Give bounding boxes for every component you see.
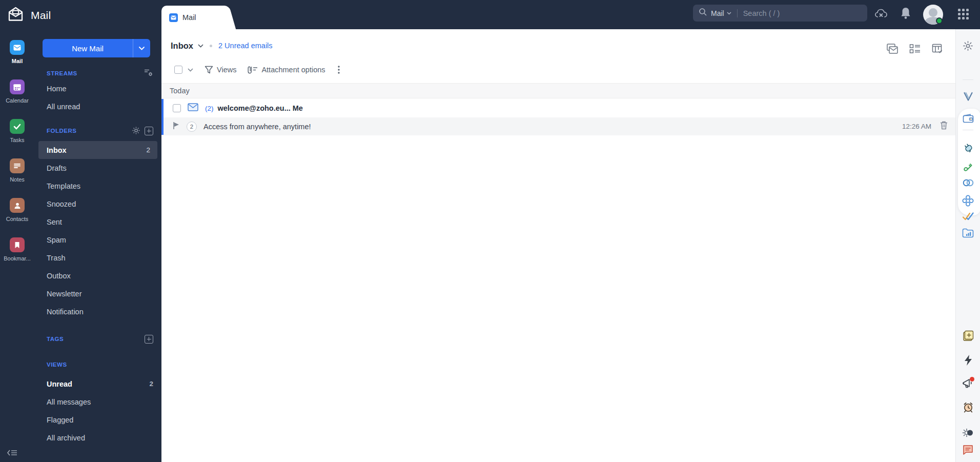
contacts-app-icon: [10, 198, 25, 213]
email-row[interactable]: (2) welcome@zoho.eu... Me 2 Access from …: [161, 99, 955, 135]
view-label: Unread: [47, 380, 72, 388]
unread-envelope-icon[interactable]: [188, 103, 198, 113]
view-label: All messages: [47, 398, 91, 406]
attachment-options-button[interactable]: Attachment options: [248, 66, 325, 74]
zia-lightning-icon[interactable]: [956, 354, 980, 366]
sidebar-folder-newsletter[interactable]: Newsletter: [34, 285, 161, 303]
current-folder-title[interactable]: Inbox: [171, 41, 193, 51]
folders-settings-gear-icon[interactable]: [132, 126, 140, 136]
unread-count-prefix: (2): [205, 105, 214, 112]
select-dropdown-icon[interactable]: [188, 68, 193, 72]
folder-label: Notification: [47, 308, 84, 316]
sidebar-item-all-unread[interactable]: All unread: [34, 97, 161, 115]
reading-pane-icon[interactable]: [887, 44, 898, 54]
vault-v-icon[interactable]: [956, 92, 980, 102]
email-time: 12:26 AM: [902, 123, 931, 130]
folder-dropdown-icon[interactable]: [198, 44, 203, 48]
email-checkbox[interactable]: [173, 104, 181, 112]
folder-unread-count: 2: [146, 146, 150, 154]
sidebar-view-all-archived[interactable]: All archived: [34, 429, 161, 447]
search-scope-label: Mail: [711, 9, 724, 17]
app-rail-item-tasks[interactable]: Tasks: [0, 119, 34, 143]
views-filter-button[interactable]: Views: [205, 66, 236, 74]
app-rail-item-calendar[interactable]: Calendar: [0, 79, 34, 104]
folder-label: Trash: [47, 254, 66, 262]
app-launcher-icon[interactable]: [958, 9, 969, 19]
more-actions-icon[interactable]: [338, 66, 340, 74]
zoho-crm-rings-icon[interactable]: [956, 178, 980, 187]
new-mail-button[interactable]: New Mail: [43, 39, 150, 57]
select-all-checkbox[interactable]: [174, 66, 182, 74]
sidebar-folder-trash[interactable]: Trash: [34, 249, 161, 267]
online-status-dot: [936, 17, 943, 24]
sidebar-folder-templates[interactable]: Templates: [34, 177, 161, 195]
sidebar-folder-spam[interactable]: Spam: [34, 231, 161, 249]
thread-count-badge: 2: [187, 122, 197, 132]
delete-email-icon[interactable]: [940, 121, 948, 132]
search-bar[interactable]: Mail: [693, 5, 867, 22]
list-header: Inbox 2 Unread emails: [171, 36, 273, 55]
sidebar-view-all-messages[interactable]: All messages: [34, 393, 161, 411]
list-view-icon[interactable]: [909, 44, 921, 54]
app-rail-item-contacts[interactable]: Contacts: [0, 198, 34, 222]
zoho-projects-clover-icon[interactable]: [956, 195, 980, 207]
app-rail-label: Notes: [10, 176, 25, 183]
announcements-megaphone-icon[interactable]: [956, 377, 980, 389]
sidebar-folder-snoozed[interactable]: Snoozed: [34, 195, 161, 213]
app-title: Mail: [31, 9, 51, 22]
reminders-alarm-icon[interactable]: [956, 401, 980, 413]
app-rail-item-bookmarks[interactable]: Bookmar...: [0, 237, 34, 262]
collapse-sidebar-icon[interactable]: [7, 449, 18, 459]
sidebar-folder-sent[interactable]: Sent: [34, 213, 161, 231]
streams-title: STREAMS: [47, 70, 77, 76]
add-tag-icon[interactable]: [145, 335, 153, 344]
search-divider: [737, 9, 738, 17]
tasks-app-icon: [10, 119, 25, 134]
new-mail-label[interactable]: New Mail: [43, 39, 133, 57]
sidebar-folder-outbox[interactable]: Outbox: [34, 267, 161, 285]
double-check-tasks-icon[interactable]: [956, 212, 980, 221]
flag-icon[interactable]: [173, 122, 180, 132]
column-view-icon[interactable]: [932, 44, 943, 54]
streams-section-header: STREAMS: [34, 67, 161, 79]
sidebar-item-home[interactable]: Home: [34, 79, 161, 97]
brand[interactable]: Mail: [7, 6, 51, 24]
wallet-icon[interactable]: [956, 114, 980, 123]
mail-tab-icon: [169, 13, 178, 22]
view-unread-count: 2: [149, 380, 153, 388]
sidebar-view-unread[interactable]: Unread 2: [34, 375, 161, 393]
sidebar-folder-inbox[interactable]: Inbox 2: [38, 141, 157, 159]
folder-label: Drafts: [47, 164, 67, 172]
sidebar-view-flagged[interactable]: Flagged: [34, 411, 161, 429]
zoho-sign-icon[interactable]: [956, 162, 980, 173]
view-label: Flagged: [47, 416, 73, 424]
theme-day-night-icon[interactable]: [956, 427, 980, 438]
plug-integrations-icon[interactable]: [956, 142, 980, 154]
workdrive-folder-chart-icon[interactable]: [956, 228, 980, 238]
folder-label: Newsletter: [47, 290, 82, 298]
tab-mail[interactable]: Mail: [161, 6, 219, 29]
unread-emails-link[interactable]: 2 Unread emails: [218, 42, 273, 50]
search-input[interactable]: [743, 9, 862, 17]
sidebar-folder-drafts[interactable]: Drafts: [34, 159, 161, 177]
feedback-chat-icon[interactable]: [956, 444, 980, 456]
add-folder-icon[interactable]: [145, 127, 153, 135]
settings-gear-icon[interactable]: [956, 41, 980, 51]
search-scope-dropdown[interactable]: Mail: [711, 9, 731, 17]
folders-title: FOLDERS: [47, 128, 76, 134]
app-rail-label: Bookmar...: [4, 255, 31, 262]
app-rail-item-mail[interactable]: Mail: [0, 40, 34, 64]
app-rail-item-notes[interactable]: Notes: [0, 158, 34, 183]
streams-settings-icon[interactable]: [144, 69, 153, 78]
notifications-bell-icon[interactable]: [900, 7, 911, 20]
zoho-mail-app: Mail Mail Mail: [0, 0, 980, 462]
right-app-rail: [955, 29, 980, 462]
new-mail-dropdown-button[interactable]: [133, 39, 150, 57]
offline-cloud-icon[interactable]: [874, 8, 889, 20]
sidebar-folder-notification[interactable]: Notification: [34, 303, 161, 320]
folder-label: Inbox: [47, 146, 67, 154]
folder-label: Outbox: [47, 272, 71, 280]
tab-label: Mail: [182, 13, 196, 22]
email-row-sender-line: (2) welcome@zoho.eu... Me: [161, 99, 955, 117]
sticky-note-add-icon[interactable]: [956, 330, 980, 342]
